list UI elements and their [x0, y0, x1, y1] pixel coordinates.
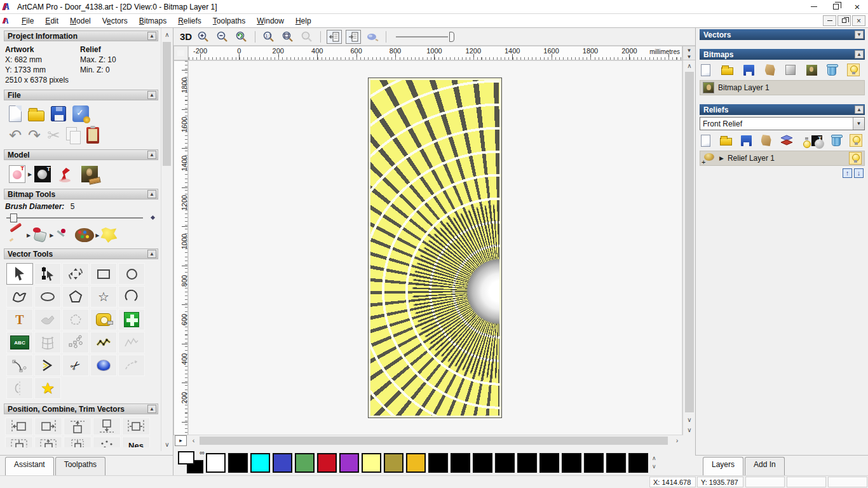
- palette-swatch-11[interactable]: [451, 453, 470, 473]
- toggle-bitmap-visibility-button[interactable]: [847, 64, 860, 76]
- flyout-arrow-icon[interactable]: ▶: [28, 172, 32, 177]
- transform-vectors-tool[interactable]: [62, 263, 89, 285]
- nesting-tool[interactable]: Nes: [122, 437, 150, 447]
- flyout-arrow-icon[interactable]: ▶: [95, 233, 99, 238]
- create-text-tool[interactable]: T: [6, 309, 33, 330]
- palette-swatch-16[interactable]: [562, 453, 581, 473]
- zoom-object-button[interactable]: [299, 30, 315, 44]
- invert-model-icon[interactable]: [34, 166, 51, 182]
- scrollbar-thumb[interactable]: [200, 437, 668, 445]
- scroll-right-icon[interactable]: ›: [672, 435, 682, 446]
- palette-swatch-2[interactable]: [250, 453, 270, 473]
- document-icon[interactable]: A: [3, 17, 12, 25]
- menu-help[interactable]: Help: [290, 15, 317, 27]
- zoom-previous-button[interactable]: [234, 30, 249, 44]
- expand-button[interactable]: ▼: [855, 30, 864, 39]
- palette-swatch-1[interactable]: [228, 453, 248, 473]
- align-bottom-tool[interactable]: [93, 417, 121, 435]
- open-relief-layer-icon[interactable]: [720, 138, 732, 146]
- door-artwork[interactable]: [368, 78, 502, 418]
- menu-file[interactable]: File: [16, 15, 39, 27]
- toggle-relief-view-button[interactable]: [365, 30, 380, 44]
- palette-swatch-6[interactable]: [339, 453, 359, 473]
- palette-swatch-9[interactable]: [406, 453, 426, 473]
- align-top-tool[interactable]: [64, 417, 92, 435]
- collapse-button[interactable]: ▲: [147, 151, 156, 159]
- center-combined-tool[interactable]: [34, 437, 62, 447]
- restore-button[interactable]: [825, 0, 846, 14]
- canvas-vertical-scrollbar[interactable]: ∧ ∨ ∨: [682, 60, 696, 435]
- open-file-icon[interactable]: [28, 111, 44, 121]
- palette-swatch-0[interactable]: [206, 453, 226, 473]
- create-circle-tool[interactable]: [118, 263, 145, 285]
- center-horizontal-tool[interactable]: [122, 417, 150, 435]
- create-star-tool[interactable]: ☆: [90, 286, 117, 308]
- align-left-tool[interactable]: [5, 417, 33, 435]
- slider-handle[interactable]: [449, 32, 454, 42]
- pane-toggle-button[interactable]: ▸: [175, 435, 187, 446]
- cut-icon[interactable]: ✂: [47, 128, 60, 143]
- palette-swatch-4[interactable]: [295, 453, 315, 473]
- palette-swatch-19[interactable]: [628, 453, 648, 473]
- scroll-up-icon[interactable]: ∧: [161, 29, 173, 40]
- create-polyline-tool[interactable]: [6, 286, 33, 308]
- measure-tool[interactable]: [90, 309, 117, 330]
- menu-bitmaps[interactable]: Bitmaps: [133, 15, 172, 27]
- palette-swatch-17[interactable]: [584, 453, 604, 473]
- scroll-up-icon[interactable]: ∧: [683, 60, 696, 71]
- paste-vectors-tool[interactable]: [118, 309, 145, 330]
- minimize-button[interactable]: [803, 0, 825, 14]
- collapse-button[interactable]: ▲: [855, 50, 864, 58]
- collapse-button[interactable]: ▲: [147, 250, 156, 258]
- block-copy-tool[interactable]: [62, 332, 89, 353]
- contrast-slider[interactable]: [396, 31, 454, 43]
- wrap-vectors-tool[interactable]: ★: [34, 377, 61, 399]
- palette-swatch-18[interactable]: [606, 453, 626, 473]
- save-file-icon[interactable]: [51, 106, 66, 121]
- collapse-button[interactable]: ▲: [147, 190, 156, 198]
- offset-arrow-tool[interactable]: [34, 355, 61, 376]
- delete-relief-layer-icon[interactable]: [832, 135, 841, 146]
- create-arc-tool[interactable]: [118, 286, 145, 308]
- create-ellipse-tool[interactable]: [34, 286, 61, 308]
- palette-scroll-up-icon[interactable]: ∧: [652, 456, 656, 461]
- toggle-vector-view-button[interactable]: [346, 30, 361, 44]
- palette-swatch-12[interactable]: [473, 453, 492, 473]
- extrude-vectors-tool[interactable]: [118, 355, 145, 376]
- link-colours-icon[interactable]: ∞: [200, 449, 205, 456]
- mirror-vectors-tool[interactable]: [6, 377, 33, 399]
- close-button[interactable]: ×: [846, 0, 868, 14]
- palette-scroll-down-icon[interactable]: ∨: [652, 464, 656, 470]
- expander-icon[interactable]: ▶: [719, 155, 724, 161]
- scroll-down-icon[interactable]: ∨: [161, 439, 173, 450]
- node-editing-tool[interactable]: [34, 263, 61, 285]
- zoom-out-button[interactable]: [215, 30, 230, 44]
- toggle-bitmap-view-button[interactable]: [327, 30, 342, 44]
- wrap-text-tool[interactable]: [34, 309, 61, 330]
- bitmap-to-relief-icon[interactable]: [806, 65, 817, 76]
- primary-secondary-colour[interactable]: ∞: [177, 450, 206, 475]
- relief-layer-visibility-button[interactable]: [849, 152, 862, 165]
- brush-diameter-slider[interactable]: [6, 214, 143, 222]
- fit-arcs-tool[interactable]: [90, 332, 117, 353]
- delete-bitmap-layer-icon[interactable]: [827, 65, 836, 76]
- new-relief-layer-icon[interactable]: [701, 135, 710, 147]
- paste-centered-tool[interactable]: [64, 437, 92, 447]
- mdi-restore-button[interactable]: [837, 15, 851, 26]
- menu-model[interactable]: Model: [64, 15, 97, 27]
- trim-vectors-tool[interactable]: ✂: [62, 355, 89, 376]
- open-bitmap-layer-icon[interactable]: [721, 67, 733, 75]
- palette-swatch-15[interactable]: [539, 453, 559, 473]
- reduce-colours-icon[interactable]: [100, 227, 117, 243]
- palette-swatch-5[interactable]: [317, 453, 337, 473]
- create-text-block-tool[interactable]: ABC: [6, 332, 33, 353]
- colour-palette-icon[interactable]: [75, 228, 94, 242]
- menu-toolpaths[interactable]: Toolpaths: [207, 15, 251, 27]
- collapse-button[interactable]: ▲: [147, 32, 156, 40]
- toggle-3d-view-button[interactable]: 3D: [180, 31, 192, 42]
- light-model-icon[interactable]: [57, 165, 75, 183]
- relief-select-combo[interactable]: Front Relief ▼: [700, 117, 865, 130]
- menu-vectors[interactable]: Vectors: [97, 15, 133, 27]
- mdi-close-button[interactable]: ×: [852, 15, 865, 26]
- flyout-arrow-icon[interactable]: ▶: [50, 233, 53, 238]
